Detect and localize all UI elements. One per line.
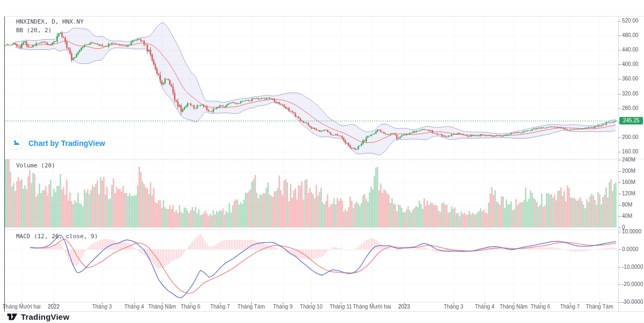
time-tick-label: Tháng Mười hai (2, 304, 40, 310)
time-tick-label: Tháng 4 (475, 304, 495, 310)
tradingview-published-chart: Published on TradingView.com, August 13,… (0, 0, 644, 323)
price-tick-label: 520.00 (622, 18, 639, 24)
tradingview-logo-text: TradingView (21, 312, 69, 321)
symbol-legend: HNXINDEX, D, HNX.NY (16, 18, 84, 26)
time-tick-label: Tháng 11 (330, 304, 352, 310)
macd-tick-label: -30.0000 (622, 299, 643, 305)
macd-tick-label: 0.0000 (622, 246, 639, 252)
bb-legend: BB (20, 2) (16, 26, 84, 35)
time-tick-label: 2023 (398, 304, 410, 310)
price-tick-label: 400.00 (622, 61, 639, 67)
time-tick-label: Tháng 3 (444, 304, 464, 310)
time-tick-label: Tháng Tám (586, 304, 613, 310)
volume-tick-label: 120M (622, 190, 635, 196)
tradingview-logo-icon (7, 313, 18, 321)
price-tick-label: 440.00 (622, 47, 639, 53)
price-tick-label: 280.00 (622, 105, 639, 111)
time-tick-label: Tháng 4 (125, 304, 144, 310)
time-tick-label: Tháng 7 (210, 304, 230, 310)
price-tick-label: 480.00 (622, 32, 639, 38)
last-price-badge: 245.25 (619, 117, 643, 124)
time-tick-label: Tháng Năm (500, 304, 528, 310)
price-tick-label: 360.00 (622, 76, 639, 82)
volume-tick-label: 40M (622, 213, 632, 219)
volume-tick-label: 240M (622, 157, 635, 163)
time-tick-label: Tháng Năm (148, 304, 176, 310)
volume-legend: Volume (20) (16, 162, 55, 170)
tradingview-watermark[interactable]: Chart by TradingView (9, 136, 105, 150)
tradingview-logo[interactable]: TradingView (7, 312, 69, 321)
time-tick-label: 2022 (48, 304, 60, 310)
volume-tick-label: 80M (622, 202, 632, 208)
time-tick-label: Tháng 7 (560, 304, 580, 310)
price-tick-label: 160.00 (622, 149, 639, 155)
macd-legend: MACD (12, 26, close, 9) (16, 232, 98, 241)
time-tick-label: Tháng 6 (531, 304, 551, 310)
macd-tick-label: -20.0000 (622, 281, 643, 287)
chart-canvas[interactable] (0, 0, 644, 323)
time-tick-label: Tháng 10 (300, 304, 323, 310)
tradingview-cloud-icon (9, 136, 24, 150)
macd-tick-label: -10.0000 (622, 264, 643, 270)
volume-tick-label: 200M (622, 168, 635, 174)
time-tick-label: Tháng Tám (238, 304, 265, 310)
time-tick-label: Tháng Mười hai (353, 304, 391, 310)
time-tick-label: Tháng 6 (181, 304, 201, 310)
macd-tick-label: 10.0000 (622, 229, 641, 234)
time-tick-label: Tháng 3 (92, 304, 112, 310)
main-pane-legend: HNXINDEX, D, HNX.NY BB (20, 2) (16, 18, 84, 35)
price-tick-label: 200.00 (622, 134, 639, 140)
volume-tick-label: 160M (622, 179, 635, 185)
watermark-label: Chart by TradingView (28, 139, 105, 148)
price-tick-label: 320.00 (622, 91, 639, 97)
time-tick-label: Tháng 9 (273, 304, 293, 310)
